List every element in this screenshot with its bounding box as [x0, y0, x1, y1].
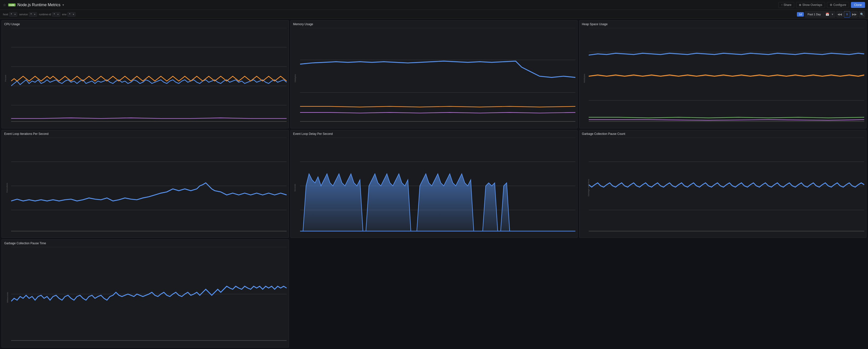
node-badge: node	[8, 3, 16, 6]
service-select-wrapper: *	[29, 12, 37, 17]
runtime-id-select[interactable]: *	[52, 12, 60, 17]
host-filter: host *	[3, 12, 17, 17]
time-range-selector: Past 1 Day 📅 ▾	[805, 11, 835, 18]
svg-marker-66	[300, 173, 576, 231]
header-right: ↑ Share ⊕ Show Overlays ⚙ Configure Clon…	[778, 2, 865, 8]
gc-pause-time-chart: Milliseconds 10 5 0 Tue 5 06:00 12:00 18…	[2, 246, 289, 348]
runtime-id-select-wrapper: *	[52, 12, 60, 17]
memory-usage-chart: Gibibytes 1.5 1 0.5 0 Tue 5 06:00 12:00	[291, 27, 578, 128]
cpu-usage-title: CPU Usage	[2, 21, 289, 27]
heap-space-usage-panel: Heap Space Usage Mebibytes 256 192 128 6…	[579, 20, 867, 128]
toolbar-time: 1d Past 1 Day 📅 ▾ ◀◀ ⏸ ▶▶ 🔍	[797, 11, 865, 18]
chevron-down-icon[interactable]: ▾	[62, 3, 64, 7]
pause-button[interactable]: ⏸	[844, 11, 850, 18]
dropdown-icon-btn[interactable]: ▾	[831, 12, 834, 17]
heap-space-usage-title: Heap Space Usage	[579, 21, 866, 27]
event-loop-delay-title: Event Loop Delay Per Second	[291, 130, 578, 136]
env-filter: env *	[62, 12, 76, 17]
gc-count-y-axis-label: Garbage collections	[587, 179, 590, 197]
toolbar: host * service * runtime-id *	[0, 10, 868, 19]
memory-y-axis-label: Gibibytes	[294, 74, 296, 82]
back-button[interactable]: ◀◀	[836, 11, 843, 18]
gc-pause-time-title: Garbage Collection Pause Time	[2, 240, 289, 246]
env-select[interactable]: *	[67, 12, 75, 17]
iterations-y-axis-label: Executions	[6, 183, 8, 193]
time-range-icons: 📅 ▾	[824, 12, 835, 17]
gc-pause-time-svg: 10 5 0 Tue 5 06:00 12:00 18:00	[11, 247, 287, 344]
gc-time-y-axis-label: Milliseconds	[6, 292, 9, 303]
delay-y-axis-label: Seconds	[294, 184, 296, 192]
runtime-id-filter: runtime-id *	[39, 12, 60, 17]
memory-usage-title: Memory Usage	[291, 21, 578, 27]
gc-pause-time-panel: Garbage Collection Pause Time Millisecon…	[1, 239, 289, 348]
event-loop-iterations-panel: Event Loop Iterations Per Second Executi…	[1, 130, 289, 238]
time-range-text: Past 1 Day	[805, 13, 824, 16]
host-label: host	[3, 13, 8, 16]
star-icon[interactable]: ☆	[3, 3, 6, 7]
event-loop-delay-chart: Seconds 2 1.5 1 0.5 0	[291, 136, 578, 238]
event-loop-iterations-svg: 200 150 100 50 0 Tue 5 06:00 12:00 18:00	[11, 137, 287, 234]
host-select[interactable]: *	[9, 12, 17, 17]
env-select-wrapper: *	[67, 12, 75, 17]
overlays-icon: ⊕	[799, 3, 801, 7]
event-loop-iterations-title: Event Loop Iterations Per Second	[2, 130, 289, 136]
heap-space-usage-chart: Mebibytes 256 192 128 64 0 T	[579, 27, 866, 128]
service-select[interactable]: *	[29, 12, 37, 17]
time-preset-button[interactable]: 1d	[797, 12, 804, 17]
memory-usage-panel: Memory Usage Gibibytes 1.5 1 0.5 0 Tue 5…	[290, 20, 578, 128]
event-loop-delay-panel: Event Loop Delay Per Second Seconds 2 1.…	[290, 130, 578, 238]
event-loop-iterations-chart: Executions 200 150 100 50 0 Tue 5 06:00 …	[2, 136, 289, 238]
event-loop-delay-svg: 2 1.5 1 0.5 0 Tue 5 06:00 12:00 18:00	[300, 137, 576, 234]
runtime-id-label: runtime-id	[39, 13, 51, 16]
gear-icon: ⚙	[830, 3, 832, 7]
forward-button[interactable]: ▶▶	[851, 11, 858, 18]
header: ☆ node Node.js Runtime Metrics ▾ ↑ Share…	[0, 0, 868, 10]
share-icon: ↑	[781, 3, 782, 7]
search-button[interactable]: 🔍	[859, 11, 865, 18]
toolbar-filters: host * service * runtime-id *	[3, 12, 75, 17]
share-button[interactable]: ↑ Share	[778, 2, 794, 8]
dashboard-grid: CPU Usage Percent 50 40 30 20 10 0	[0, 19, 868, 349]
header-left: ☆ node Node.js Runtime Metrics ▾	[3, 3, 64, 7]
memory-usage-svg: 1.5 1 0.5 0 Tue 5 06:00 12:00 18:00	[300, 28, 576, 125]
cpu-y-axis-label: Percent	[4, 75, 7, 82]
heap-y-axis-label: Mebibytes	[583, 73, 586, 83]
cpu-usage-chart: Percent 50 40 30 20 10 0	[2, 27, 289, 128]
cpu-usage-panel: CPU Usage Percent 50 40 30 20 10 0	[1, 20, 289, 128]
cpu-usage-svg: 50 40 30 20 10 0 Tue 5 06:00 12:00 18:00	[11, 28, 287, 125]
dashboard-title: Node.js Runtime Metrics	[18, 3, 61, 7]
configure-button[interactable]: ⚙ Configure	[827, 2, 849, 8]
host-select-wrapper: *	[9, 12, 17, 17]
gc-pause-count-panel: Garbage Collection Pause Count Garbage c…	[579, 130, 867, 238]
calendar-icon-btn[interactable]: 📅	[825, 12, 830, 17]
env-label: env	[62, 13, 67, 16]
clone-button[interactable]: Clone	[851, 2, 865, 8]
gc-pause-count-chart: Garbage collections 4 3 2 1 0 Tue 5 06:0…	[579, 136, 866, 238]
service-filter: service *	[19, 12, 37, 17]
gc-pause-count-title: Garbage Collection Pause Count	[579, 130, 866, 136]
show-overlays-button[interactable]: ⊕ Show Overlays	[796, 2, 825, 8]
heap-space-usage-svg: 256 192 128 64 0 Tue 5 06:00 12:00 18:00	[589, 28, 864, 125]
service-label: service	[19, 13, 28, 16]
gc-pause-count-svg: 4 3 2 1 0 Tue 5 06:00 12:00 18:00	[589, 137, 864, 234]
